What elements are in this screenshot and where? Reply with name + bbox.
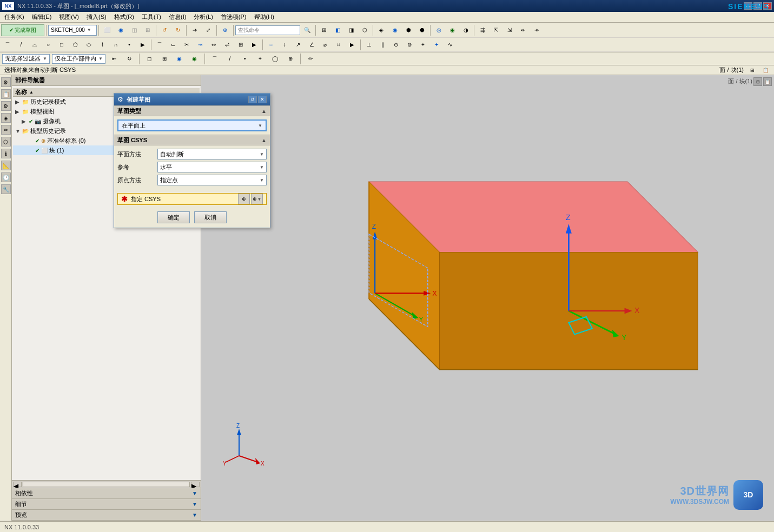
tb-snap3[interactable]: ⇲ bbox=[503, 24, 516, 36]
tb2-dim5[interactable]: ⌀ bbox=[319, 39, 332, 51]
tb2-point[interactable]: • bbox=[123, 39, 136, 51]
scroll-right-btn[interactable]: ▶ bbox=[191, 482, 200, 487]
nav-panel-preview[interactable]: 预览 ▼ bbox=[12, 510, 201, 521]
tb2-arc[interactable]: ⌓ bbox=[28, 39, 41, 51]
dialog-close-button[interactable]: ✕ bbox=[258, 96, 267, 103]
sel-snap3[interactable]: ◯ bbox=[269, 53, 282, 65]
tb2-dim6[interactable]: ⌗ bbox=[332, 39, 345, 51]
tb2-chamfer[interactable]: ⌙ bbox=[167, 39, 180, 51]
search-box[interactable]: 查找命令 bbox=[235, 25, 300, 35]
tb2-dim1[interactable]: ↔ bbox=[264, 39, 277, 51]
tb2-constraint4[interactable]: ⊚ bbox=[403, 39, 416, 51]
tb2-more[interactable]: ▶ bbox=[136, 39, 149, 51]
left-icon-model[interactable]: ◈ bbox=[1, 113, 11, 123]
left-icon-nav[interactable]: 📋 bbox=[1, 89, 11, 99]
tb-btn-5[interactable]: ↺ bbox=[158, 24, 171, 36]
sel-btn3[interactable]: ◻ bbox=[143, 53, 156, 65]
tb-snap4[interactable]: ⇷ bbox=[517, 24, 530, 36]
sel-btn8[interactable]: / bbox=[223, 53, 236, 65]
vp-icon-1[interactable]: ⊞ bbox=[753, 77, 762, 86]
tb2-conic[interactable]: ∩ bbox=[109, 39, 122, 51]
reference-dropdown[interactable]: 水平 ▼ bbox=[157, 162, 267, 172]
status-icon1[interactable]: ⊞ bbox=[748, 66, 757, 75]
tb2-pattern[interactable]: ⊞ bbox=[234, 39, 247, 51]
tb2-ellipse[interactable]: ⬭ bbox=[82, 39, 95, 51]
tb-snap2[interactable]: ⇱ bbox=[489, 24, 502, 36]
cancel-button[interactable]: 取消 bbox=[194, 211, 227, 223]
tb2-trim[interactable]: ✂ bbox=[180, 39, 193, 51]
tb-view6[interactable]: ⬢ bbox=[402, 24, 415, 36]
tb2-constraint3[interactable]: ⊙ bbox=[389, 39, 402, 51]
sketch-type-header[interactable]: 草图类型 ▲ bbox=[114, 105, 270, 116]
tb-btn-8[interactable]: ⤢ bbox=[202, 24, 215, 36]
tb-view1[interactable]: ◧ bbox=[331, 24, 344, 36]
tb2-more3[interactable]: ▶ bbox=[346, 39, 359, 51]
tb2-dim3[interactable]: ↗ bbox=[292, 39, 305, 51]
left-icon-settings[interactable]: ⚙ bbox=[1, 77, 11, 87]
tb2-offset[interactable]: ⇌ bbox=[221, 39, 234, 51]
sel-btn1[interactable]: ⇤ bbox=[108, 53, 121, 65]
sel-snap4[interactable]: ⊕ bbox=[284, 53, 297, 65]
left-icon-measure[interactable]: 📐 bbox=[1, 161, 11, 170]
tb-btn-6[interactable]: ↻ bbox=[171, 24, 184, 36]
left-icon-assem[interactable]: ⚙ bbox=[1, 101, 11, 111]
sketch-csys-header[interactable]: 草图 CSYS ▲ bbox=[114, 135, 270, 145]
menu-help[interactable]: 帮助(H) bbox=[251, 12, 277, 22]
sel-snap1[interactable]: • bbox=[239, 53, 252, 65]
tb-btn-1[interactable]: ⬜ bbox=[101, 24, 114, 36]
tb-snap5[interactable]: ⇸ bbox=[530, 24, 543, 36]
scroll-track[interactable] bbox=[23, 482, 190, 487]
tb2-constraint5[interactable]: + bbox=[416, 39, 429, 51]
dialog-reset-button[interactable]: ↺ bbox=[248, 96, 257, 103]
csys-btn-2[interactable]: ⊕▼ bbox=[251, 194, 263, 204]
tb-view3[interactable]: ⬡ bbox=[358, 24, 371, 36]
tb2-line[interactable]: / bbox=[15, 39, 28, 51]
menu-view[interactable]: 视图(V) bbox=[56, 12, 82, 22]
nav-panel-details[interactable]: 细节 ▼ bbox=[12, 499, 201, 510]
tb-view4[interactable]: ◈ bbox=[375, 24, 388, 36]
filter-dropdown-1[interactable]: 无选择过滤器 ▼ bbox=[2, 54, 50, 64]
menu-analysis[interactable]: 分析(L) bbox=[190, 12, 216, 22]
sel-btn5[interactable]: ◉ bbox=[173, 53, 186, 65]
csys-btn-1[interactable]: ⊕ bbox=[238, 194, 250, 204]
menu-insert[interactable]: 插入(S) bbox=[83, 12, 110, 22]
menu-edit[interactable]: 编辑(E) bbox=[29, 12, 55, 22]
tb-view7[interactable]: ⬣ bbox=[415, 24, 428, 36]
tb2-extend[interactable]: ⇥ bbox=[194, 39, 207, 51]
left-icon-history[interactable]: 🕐 bbox=[1, 172, 11, 182]
left-icon-roles[interactable]: 🔧 bbox=[1, 184, 11, 194]
origin-method-dropdown[interactable]: 指定点 ▼ bbox=[157, 175, 267, 185]
sel-btn7[interactable]: ⌒ bbox=[208, 53, 221, 65]
tb2-profile[interactable]: ⌒ bbox=[1, 39, 14, 51]
tb2-dim4[interactable]: ∠ bbox=[305, 39, 318, 51]
tb2-constraint2[interactable]: ∥ bbox=[376, 39, 389, 51]
tb2-poly[interactable]: ⬠ bbox=[69, 39, 82, 51]
nav-panel-dependencies[interactable]: 相依性 ▼ bbox=[12, 488, 201, 499]
tb-btn-2[interactable]: ◉ bbox=[114, 24, 127, 36]
tb-snap1[interactable]: ⇶ bbox=[476, 24, 489, 36]
tb-btn-9[interactable]: ⊕ bbox=[219, 24, 231, 36]
sel-snap2[interactable]: + bbox=[254, 53, 267, 65]
tb-btn-7[interactable]: ➔ bbox=[188, 24, 201, 36]
tb-btn-3[interactable]: ◫ bbox=[128, 24, 141, 36]
tb2-constraint7[interactable]: ∿ bbox=[444, 39, 457, 51]
tb2-fillet[interactable]: ⌒ bbox=[153, 39, 166, 51]
tb2-mirror[interactable]: ⇔ bbox=[207, 39, 220, 51]
tb-render1[interactable]: ◎ bbox=[432, 24, 445, 36]
tb2-dim2[interactable]: ↕ bbox=[278, 39, 291, 51]
tb2-studio[interactable]: ⌇ bbox=[96, 39, 109, 51]
search-button[interactable]: 🔍 bbox=[301, 24, 314, 36]
menu-task[interactable]: 任务(K) bbox=[1, 12, 28, 22]
vp-icon-2[interactable]: 📋 bbox=[763, 77, 772, 86]
menu-tools[interactable]: 工具(T) bbox=[138, 12, 164, 22]
sel-pencil[interactable]: ✏ bbox=[304, 53, 317, 65]
plane-method-dropdown[interactable]: 自动判断 ▼ bbox=[157, 149, 267, 159]
tb-view2[interactable]: ◨ bbox=[345, 24, 358, 36]
ok-button[interactable]: 确定 bbox=[157, 211, 190, 223]
menu-prefs[interactable]: 首选项(P) bbox=[217, 12, 250, 22]
status-icon2[interactable]: 📋 bbox=[761, 66, 770, 75]
tb-btn-4[interactable]: ⊞ bbox=[141, 24, 154, 36]
sel-btn2[interactable]: ↻ bbox=[123, 53, 136, 65]
tb-render2[interactable]: ◉ bbox=[446, 24, 459, 36]
menu-info[interactable]: 信息(I) bbox=[166, 12, 189, 22]
